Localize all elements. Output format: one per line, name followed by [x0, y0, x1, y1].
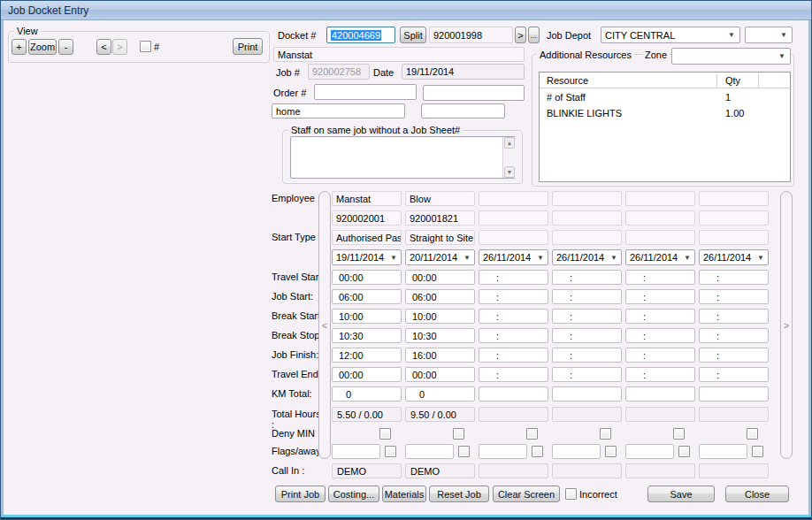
deny-min-checkbox-col1[interactable]: [379, 428, 391, 440]
break-start-cell-col3[interactable]: :: [479, 309, 548, 324]
date-cell-col5[interactable]: 26/11/2014▼: [625, 249, 695, 265]
travel-start-cell-col5[interactable]: :: [625, 270, 695, 285]
travel-start-cell-col1[interactable]: 00:00: [332, 270, 402, 285]
travel-end-cell-col6[interactable]: :: [699, 367, 769, 382]
deny-min-checkbox-col4[interactable]: [600, 428, 611, 440]
zone-combo[interactable]: ▼: [671, 48, 791, 65]
job-depot-combo[interactable]: CITY CENTRAL ▼: [601, 27, 740, 43]
km-total-cell-col2[interactable]: 0: [405, 386, 475, 401]
date-cell-col4[interactable]: 26/11/2014▼: [552, 249, 622, 265]
date-cell-col2[interactable]: 20/11/2014▼: [405, 249, 475, 265]
location-input-2[interactable]: [421, 103, 505, 119]
close-button[interactable]: Close: [725, 486, 789, 502]
job-start-cell-col5[interactable]: :: [625, 289, 695, 304]
job-start-cell-col1[interactable]: 06:00: [332, 289, 402, 304]
flags-away-input-col3[interactable]: [479, 444, 527, 459]
docket-next-button[interactable]: >: [515, 27, 526, 43]
deny-min-checkbox-col6[interactable]: [747, 428, 758, 440]
staff-same-job-textarea[interactable]: [290, 136, 516, 179]
staff-textarea-scrollbar[interactable]: ▲ ▼: [502, 137, 516, 178]
break-start-cell-col5[interactable]: :: [625, 309, 695, 324]
km-total-cell-col1[interactable]: 0: [332, 386, 402, 401]
date-cell-col3[interactable]: 26/11/2014▼: [479, 249, 548, 265]
break-start-cell-col1[interactable]: 10:00: [332, 309, 402, 324]
print-button[interactable]: Print: [233, 38, 263, 55]
resource-row[interactable]: # of Staff 1: [540, 92, 790, 106]
job-finish-cell-col6[interactable]: :: [699, 348, 769, 363]
order-number-input[interactable]: [314, 84, 417, 100]
job-start-cell-col2[interactable]: 06:00: [405, 289, 475, 304]
job-start-cell-col3[interactable]: :: [479, 289, 548, 304]
scroll-up-icon[interactable]: ▲: [504, 137, 515, 149]
save-button[interactable]: Save: [647, 486, 715, 502]
order-number-input-2[interactable]: [423, 85, 525, 101]
incorrect-checkbox[interactable]: [565, 488, 577, 500]
flags-away-input-col1[interactable]: [332, 444, 380, 459]
deny-min-checkbox-col3[interactable]: [526, 428, 538, 440]
zoom-button[interactable]: Zoom: [28, 39, 57, 55]
break-stop-cell-col5[interactable]: :: [625, 328, 695, 343]
costing-button[interactable]: Costing...: [328, 486, 379, 502]
location-input[interactable]: home: [272, 103, 405, 119]
travel-start-cell-col4[interactable]: :: [552, 270, 622, 285]
travel-end-cell-col3[interactable]: :: [479, 367, 548, 382]
scroll-down-icon[interactable]: ▼: [504, 166, 515, 178]
grid-scroll-left-button[interactable]: <: [318, 191, 331, 459]
depot-secondary-combo[interactable]: ▼: [745, 27, 793, 43]
flags-away-input-col4[interactable]: [552, 444, 601, 459]
flags-away-checkbox-col4[interactable]: [605, 446, 617, 457]
travel-end-cell-col5[interactable]: :: [625, 367, 695, 382]
date-cell-col6[interactable]: 26/11/2014▼: [699, 249, 769, 265]
travel-end-cell-col1[interactable]: 00:00: [332, 367, 402, 382]
next-page-button[interactable]: >: [112, 39, 127, 55]
flags-away-checkbox-col2[interactable]: [458, 446, 470, 457]
flags-away-input-col6[interactable]: [699, 444, 747, 459]
break-start-cell-col4[interactable]: :: [552, 309, 622, 324]
job-start-cell-col4[interactable]: :: [552, 289, 622, 304]
job-start-cell-col6[interactable]: :: [699, 289, 769, 304]
title-bar[interactable]: Job Docket Entry: [1, 1, 811, 20]
docket-number-input[interactable]: 420004669: [326, 27, 395, 43]
reset-job-button[interactable]: Reset Job: [429, 486, 489, 502]
job-finish-cell-col1[interactable]: 12:00: [332, 348, 402, 363]
break-stop-cell-col6[interactable]: :: [699, 328, 769, 343]
travel-end-cell-col2[interactable]: 00:00: [405, 367, 475, 382]
break-stop-cell-col2[interactable]: 10:30: [405, 328, 475, 343]
prev-page-button[interactable]: <: [96, 39, 111, 55]
break-start-cell-col2[interactable]: 10:00: [405, 309, 475, 324]
date-cell-col1[interactable]: 19/11/2014▼: [332, 249, 402, 265]
job-finish-cell-col5[interactable]: :: [625, 348, 695, 363]
print-job-button[interactable]: Print Job: [275, 486, 326, 502]
km-total-cell-col4[interactable]: [552, 386, 622, 401]
flags-away-input-col5[interactable]: [625, 444, 674, 459]
docket-browse-button[interactable]: ...: [528, 27, 540, 43]
break-stop-cell-col3[interactable]: :: [479, 328, 548, 343]
travel-start-cell-col3[interactable]: :: [479, 270, 548, 285]
flags-away-checkbox-col6[interactable]: [752, 446, 763, 457]
job-finish-cell-col4[interactable]: :: [552, 348, 622, 363]
zoom-out-button[interactable]: -: [58, 39, 73, 55]
travel-start-cell-col2[interactable]: 00:00: [405, 270, 475, 285]
resource-row[interactable]: BLINKIE LIGHTS 1.00: [540, 108, 790, 122]
break-start-cell-col6[interactable]: :: [699, 309, 769, 324]
flags-away-checkbox-col3[interactable]: [532, 446, 543, 457]
zoom-in-button[interactable]: +: [11, 39, 27, 55]
deny-min-checkbox-col5[interactable]: [673, 428, 685, 440]
flags-away-checkbox-col5[interactable]: [678, 446, 690, 457]
flags-away-checkbox-col1[interactable]: [385, 446, 396, 457]
km-total-cell-col5[interactable]: [625, 386, 695, 401]
travel-end-cell-col4[interactable]: :: [552, 367, 622, 382]
deny-min-checkbox-col2[interactable]: [453, 428, 464, 440]
job-finish-cell-col2[interactable]: 16:00: [405, 348, 475, 363]
km-total-cell-col6[interactable]: [699, 386, 769, 401]
materials-button[interactable]: Materials: [382, 486, 426, 502]
grid-scroll-right-button[interactable]: >: [780, 191, 793, 459]
flags-away-input-col2[interactable]: [405, 444, 454, 459]
job-finish-cell-col3[interactable]: :: [479, 348, 548, 363]
clear-screen-button[interactable]: Clear Screen: [493, 486, 560, 502]
travel-start-cell-col6[interactable]: :: [699, 270, 769, 285]
km-total-cell-col3[interactable]: [479, 386, 548, 401]
hash-checkbox[interactable]: [140, 41, 151, 52]
break-stop-cell-col4[interactable]: :: [552, 328, 622, 343]
split-button[interactable]: Split: [400, 27, 426, 43]
